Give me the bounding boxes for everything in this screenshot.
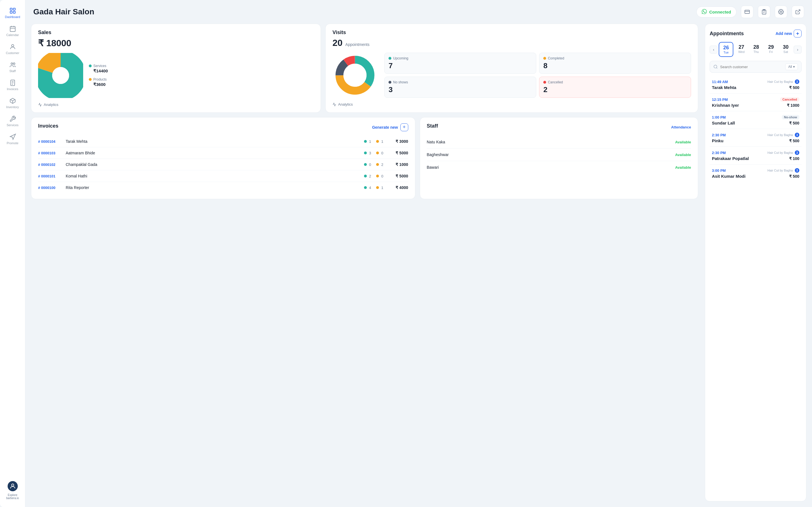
attendance-link[interactable]: Attendance [671,125,691,129]
search-bar: All ▾ [710,61,802,73]
invoice-name: Champaklal Gada [66,162,362,167]
list-item[interactable]: 2:30 PM Hair Cut by Bagha 3 Pinku ₹ 500 [710,129,802,147]
cancelled-label: Cancelled [548,80,563,84]
date-item[interactable]: 28 Thu [749,42,763,57]
date-item[interactable]: 26 Tue [719,42,733,57]
svg-rect-4 [10,26,15,32]
next-date-btn[interactable]: › [794,46,802,54]
filter-btn[interactable]: All ▾ [785,63,798,70]
list-item[interactable]: Natu Kaka Available [427,136,691,149]
date-item[interactable]: 27 Wed [734,42,748,57]
invoice-id: # 0000100 [38,186,63,190]
cancelled-dot [543,81,546,83]
svg-rect-1 [13,8,15,10]
sidebar-item-promote[interactable]: Promote [2,131,23,148]
list-item[interactable]: 11:49 AM Hair Cut by Bagha 3 Tarak Mehta… [710,76,802,94]
sales-analytics-link[interactable]: Analytics [38,103,314,107]
appt-amount: ₹ 100 [789,156,799,161]
appt-bottom: Tarak Mehta ₹ 500 [712,85,799,90]
green-dot [364,163,367,166]
upcoming-label: Upcoming [393,56,408,60]
list-item[interactable]: 12:15 PM Cancelled Krishnan Iyer ₹ 1000 [710,94,802,111]
billing-icon-btn[interactable] [741,6,753,18]
green-dot [364,140,367,143]
services-amount: ₹14400 [89,68,108,73]
invoice-name: Tarak Mehta [66,139,362,144]
staff-name: Bagheshwar [427,152,449,157]
sales-card: Sales ₹ 18000 [31,24,321,113]
svg-point-29 [52,67,69,84]
appt-time: 2:30 PM [712,133,726,137]
search-icon [713,64,718,69]
staff-name: Natu Kaka [427,140,445,144]
orange-count: 1 [381,186,383,190]
noshows-label: No shows [393,80,408,84]
service-badge-num: 3 [795,168,799,173]
staff-header: Staff Attendance [427,123,691,131]
prev-date-btn[interactable]: ‹ [710,46,718,54]
sidebar-item-explore[interactable]: Explore barbera.io [2,478,23,503]
list-item[interactable]: Bagheshwar Available [427,149,691,161]
orange-count: 0 [381,174,383,178]
svg-line-36 [716,68,717,68]
upcoming-value: 7 [389,61,532,70]
table-row[interactable]: # 0000104 Tarak Mehta 1 1 ₹ 3000 [38,136,408,147]
sidebar-item-calendar[interactable]: Calendar [2,22,23,40]
staff-list: Natu Kaka Available Bagheshwar Available… [427,136,691,173]
export-icon-btn[interactable] [792,6,804,18]
date-item[interactable]: 30 Sat [779,42,793,57]
appt-time: 11:49 AM [712,80,728,84]
table-row[interactable]: # 0000102 Champaklal Gada 0 2 ₹ 1000 [38,159,408,170]
table-row[interactable]: # 0000101 Komal Hathi 2 0 ₹ 5000 [38,170,408,182]
sidebar: Dashboard Calendar Customer Staff [0,0,26,507]
generate-plus-btn[interactable]: + [400,123,408,131]
clipboard-icon-btn[interactable] [758,6,770,18]
appt-service: Hair Cut by Bagha 3 [767,133,799,137]
staff-status: Available [675,140,691,144]
sidebar-item-staff[interactable]: Staff [2,59,23,75]
table-row[interactable]: # 0000103 Aatmaram Bhide 3 0 ₹ 5000 [38,147,408,159]
appointments-header: Appointments Add new + [710,30,802,38]
appt-top: 11:49 AM Hair Cut by Bagha 3 [712,79,799,84]
noshows-dot [389,81,391,83]
sales-pie-chart [38,53,83,98]
orange-dot [376,186,379,189]
orange-dot [376,175,379,177]
date-item[interactable]: 29 Fri [764,42,777,57]
list-item[interactable]: 2:30 PM Hair Cut by Bagha 3 Patrakaar Po… [710,147,802,165]
visits-stats-grid: Upcoming 7 Completed 8 [384,53,691,98]
sidebar-item-invoices[interactable]: Invoices [2,76,23,94]
invoices-card: Invoices Generate new + # 0000104 Tarak … [31,117,415,199]
content: Sales ₹ 18000 [26,24,812,507]
sidebar-label-explore: Explore barbera.io [4,494,21,500]
completed-value: 8 [543,61,687,70]
list-item[interactable]: 3:00 PM Hair Cut by Bagha 3 Asit Kumar M… [710,165,802,182]
svg-line-15 [10,100,13,101]
add-new-btn[interactable]: Add new + [776,30,802,38]
settings-icon-btn[interactable] [775,6,787,18]
sidebar-item-inventory[interactable]: Inventory [2,95,23,112]
green-dot [364,152,367,154]
page-title: Gada Hair Salon [33,7,692,16]
orange-dot [376,152,379,154]
date-number: 26 [723,45,729,51]
list-item[interactable]: Bawari Available [427,161,691,173]
table-row[interactable]: # 0000100 Rita Reporter 4 1 ₹ 4000 [38,182,408,193]
appt-top: 2:30 PM Hair Cut by Bagha 3 [712,133,799,137]
noshow-badge: No-show [782,115,799,119]
sidebar-item-services[interactable]: Services [2,113,23,129]
svg-rect-0 [10,8,12,10]
list-item[interactable]: 1:00 PM No-show Sundar Lall ₹ 500 [710,112,802,129]
invoices-list: # 0000104 Tarak Mehta 1 1 ₹ 3000 # 00001… [38,136,408,193]
visits-analytics-link[interactable]: Analytics [333,102,691,107]
generate-new-btn[interactable]: Generate new [372,125,398,129]
green-count: 0 [369,163,371,167]
upcoming-stat: Upcoming 7 [384,53,536,74]
noshows-value: 3 [389,86,532,94]
staff-status: Available [675,153,691,157]
green-count: 1 [369,139,371,144]
sidebar-item-dashboard[interactable]: Dashboard [2,4,23,21]
connected-button[interactable]: Connected [696,6,737,17]
search-input[interactable] [720,65,783,69]
sidebar-item-customer[interactable]: Customer [2,41,23,57]
